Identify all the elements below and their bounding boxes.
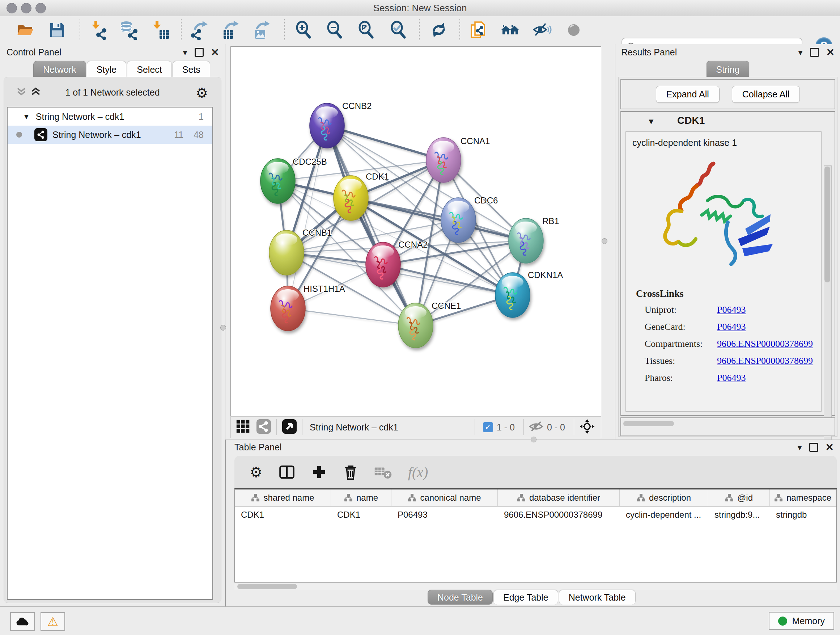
splitter-handle[interactable] (220, 325, 226, 331)
results-panel-float-icon[interactable] (810, 48, 819, 57)
table-cell[interactable]: P06493 (392, 507, 498, 523)
node-result-header[interactable]: ▼ CDK1 (621, 112, 835, 131)
tab-select[interactable]: Select (127, 61, 172, 77)
table-cell[interactable]: 9606.ENSP00000378699 (498, 507, 620, 523)
network-options-gear-icon[interactable]: ⚙ (196, 85, 208, 101)
column-header-description[interactable]: description (620, 489, 708, 506)
collection-expand-icon[interactable]: ▼ (23, 112, 30, 121)
delete-table-icon[interactable] (374, 465, 392, 479)
create-column-icon[interactable] (311, 464, 327, 480)
tab-edge-table[interactable]: Edge Table (493, 590, 558, 605)
expand-all-button[interactable]: Expand All (656, 86, 720, 103)
network-node-CCNA2[interactable] (366, 242, 401, 287)
network-edge[interactable] (288, 309, 416, 325)
column-header-database-identifier[interactable]: database identifier (498, 489, 620, 506)
network-node-CCNB1[interactable] (269, 230, 304, 275)
table-cell[interactable]: stringdb:9... (708, 507, 770, 523)
selected-checkbox-icon[interactable]: ✓ (483, 422, 493, 432)
network-edge[interactable] (288, 126, 327, 309)
table-cell[interactable]: cyclin-dependent ... (620, 507, 708, 523)
network-node-CDK1[interactable] (333, 176, 368, 220)
network-edge[interactable] (327, 126, 444, 160)
open-in-window-icon[interactable] (282, 419, 297, 435)
table-panel-float-icon[interactable] (809, 443, 818, 452)
show-columns-icon[interactable] (279, 464, 295, 480)
table-panel-menu-icon[interactable]: ▾ (797, 443, 802, 452)
results-panel-close-icon[interactable]: ✕ (826, 48, 835, 57)
show-all-icon[interactable] (564, 20, 584, 40)
splitter-handle[interactable] (531, 437, 537, 442)
zoom-out-icon[interactable] (325, 20, 345, 40)
network-node-CCNE1[interactable] (398, 303, 433, 348)
export-network-icon[interactable] (189, 20, 209, 40)
refresh-layout-icon[interactable] (429, 20, 448, 40)
column-header-shared-name[interactable]: shared name (235, 489, 331, 506)
crosslink-link[interactable]: P06493 (717, 321, 745, 333)
network-row[interactable]: String Network – cdk1 11 48 (8, 126, 212, 144)
warnings-button[interactable]: ⚠ (41, 612, 65, 631)
splitter-handle[interactable] (602, 238, 607, 244)
table-options-gear-icon[interactable]: ⚙ (249, 464, 263, 480)
import-database-icon[interactable] (118, 20, 138, 40)
column-header-name[interactable]: name (331, 489, 392, 506)
copy-network-icon[interactable] (469, 20, 488, 40)
delete-column-icon[interactable] (343, 464, 358, 480)
column-header-namespace[interactable]: namespace (770, 489, 836, 506)
zoom-fit-icon[interactable] (357, 20, 376, 40)
zoom-selected-icon[interactable] (389, 20, 409, 40)
hide-selected-icon[interactable] (532, 20, 552, 40)
open-session-icon[interactable] (16, 20, 35, 40)
network-node-CDC6[interactable] (441, 198, 476, 242)
results-scrollbar[interactable] (824, 165, 832, 449)
import-network-icon[interactable] (88, 20, 108, 40)
network-edge[interactable] (327, 126, 416, 325)
save-session-icon[interactable] (47, 20, 67, 40)
network-collection-row[interactable]: ▼ String Network – cdk1 1 (8, 108, 212, 126)
column-header-canonical-name[interactable]: canonical name (392, 489, 498, 506)
memory-button[interactable]: Memory (769, 612, 834, 630)
tab-network[interactable]: Network (33, 61, 86, 77)
network-node-CDKN1A[interactable] (495, 272, 530, 318)
crosslink-link[interactable]: 9606.ENSP00000378699 (717, 339, 813, 349)
collapse-entry-icon[interactable]: ▼ (647, 117, 655, 126)
network-node-CDC25B[interactable] (261, 158, 295, 203)
table-cell[interactable]: CDK1 (235, 507, 331, 523)
tab-node-table[interactable]: Node Table (428, 590, 493, 605)
table-cell[interactable]: CDK1 (331, 507, 392, 523)
control-panel-float-icon[interactable] (195, 48, 204, 57)
results-hscroll-area[interactable] (621, 417, 835, 436)
crosslink-link[interactable]: 9606.ENSP00000378699 (717, 356, 813, 366)
tab-network-table[interactable]: Network Table (559, 590, 636, 605)
crosslink-link[interactable]: P06493 (717, 304, 745, 315)
cloud-status-button[interactable] (10, 612, 35, 631)
import-table-icon[interactable] (151, 20, 171, 40)
table-cell[interactable]: stringdb (770, 507, 836, 523)
control-panel-close-icon[interactable]: ✕ (211, 48, 219, 57)
function-builder-icon[interactable]: f(x) (408, 464, 428, 481)
network-node-CCNB2[interactable] (309, 103, 344, 148)
network-node-CCNA1[interactable] (426, 138, 461, 182)
network-graph[interactable]: CCNB2CCNA1CDC25BCDK1CDC6RB1CCNB1CCNA2CDK… (231, 47, 601, 416)
tab-style[interactable]: Style (87, 61, 126, 77)
network-node-HIST1H1A[interactable] (271, 286, 305, 331)
collapse-all-button[interactable]: Collapse All (732, 86, 800, 103)
table-row[interactable]: CDK1CDK1P064939606.ENSP00000378699cyclin… (235, 507, 836, 523)
control-panel-menu-icon[interactable]: ▾ (183, 48, 187, 57)
export-image-icon[interactable] (252, 20, 271, 40)
column-header-@id[interactable]: @id (708, 489, 770, 506)
zoom-in-icon[interactable] (294, 20, 314, 40)
birdseye-grid-icon[interactable] (236, 419, 250, 435)
first-neighbors-icon[interactable] (501, 20, 520, 40)
results-panel-menu-icon[interactable]: ▾ (798, 48, 802, 57)
network-overview-icon[interactable] (256, 419, 271, 435)
table-panel-close-icon[interactable]: ✕ (826, 443, 834, 452)
network-node-RB1[interactable] (508, 218, 543, 263)
tab-string[interactable]: String (706, 61, 749, 77)
tab-sets[interactable]: Sets (172, 61, 210, 77)
network-canvas[interactable]: CCNB2CCNA1CDC25BCDK1CDC6RB1CCNB1CCNA2CDK… (231, 46, 601, 417)
crosslink-link[interactable]: P06493 (717, 372, 745, 383)
table-hscrollbar[interactable] (234, 583, 837, 590)
pan-crosshair-icon[interactable] (579, 418, 595, 436)
export-table-icon[interactable] (221, 20, 240, 40)
network-edge[interactable] (351, 198, 526, 241)
